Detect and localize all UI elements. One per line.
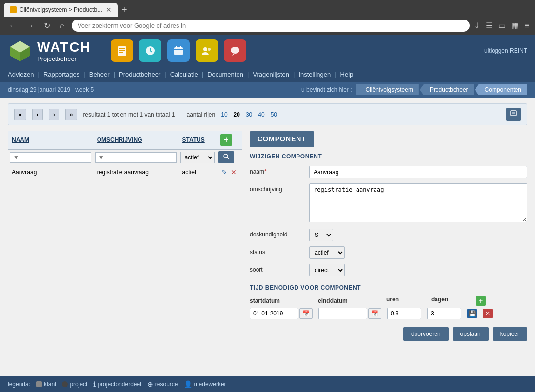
header-icon-notities[interactable] (111, 39, 133, 62)
prev-page-button[interactable]: ‹ (32, 109, 43, 120)
address-input[interactable] (72, 20, 470, 32)
table-header-row: NAAM OMSCHRIJVING STATUS + (8, 131, 242, 149)
einddatum-row2-calendar-button[interactable]: 📅 (368, 308, 381, 319)
rows-50[interactable]: 50 (271, 111, 277, 118)
next-page-button[interactable]: › (49, 109, 59, 120)
tab-close-button[interactable]: ✕ (106, 6, 112, 14)
new-tab-button[interactable]: + (118, 4, 131, 16)
qr-icon: ▦ (512, 21, 519, 30)
add-time-row-button[interactable]: + (476, 296, 486, 306)
reload-button[interactable]: ↻ (41, 20, 53, 31)
browser-chrome: Cliëntvolgsysteem > Productb… ✕ + ← → ↻ … (0, 0, 535, 35)
rows-20[interactable]: 20 (234, 111, 240, 118)
nav-adviezen[interactable]: Adviezen (8, 69, 34, 80)
nav-instellingen[interactable]: Instellingen (298, 69, 331, 80)
header-icon-users[interactable] (196, 39, 218, 62)
nav-productbeheer[interactable]: Productbeheer (119, 69, 160, 80)
header-icon-calendar[interactable] (167, 39, 190, 62)
rows-40[interactable]: 40 (258, 111, 264, 118)
header-icon-clock[interactable] (139, 39, 161, 62)
startdatum-row2-calendar-button[interactable]: 📅 (299, 308, 313, 319)
svg-point-17 (231, 47, 239, 54)
form-row-soort: soort direct indirect (250, 264, 527, 276)
naam-field (309, 166, 527, 178)
list-panel: NAAM OMSCHRIJVING STATUS + (8, 131, 242, 341)
doorvoeren-button[interactable]: doorvoeren (403, 327, 449, 341)
svg-point-21 (224, 154, 228, 158)
tab-favicon (10, 6, 17, 13)
breadcrumb-clientvolgsysteem[interactable]: Cliëntvolgsysteem (356, 84, 419, 95)
cell-actions: ✎ ✕ (217, 165, 242, 179)
date-display: dinsdag 29 januari 2019 week 5 (8, 86, 94, 93)
dagen-row2-input[interactable] (427, 308, 461, 319)
result-text: resultaat 1 tot en met 1 van totaal 1 (83, 111, 175, 118)
filter-naam-input[interactable] (10, 152, 91, 163)
home-button[interactable]: ⌂ (57, 20, 68, 31)
breadcrumb-componenten[interactable]: Componenten (475, 84, 527, 95)
first-page-button[interactable]: « (14, 109, 26, 120)
location-label: u bevindt zich hier : (301, 86, 352, 93)
logo-text: WATCH Projectbeheer (37, 39, 91, 62)
delete-time-row-button[interactable]: ✕ (483, 309, 493, 318)
form-row-omschrijving: omschrijving registratie aanvraag (250, 183, 527, 224)
cell-omschrijving: registratie aanvraag (93, 165, 178, 179)
soort-label: soort (250, 264, 303, 273)
status-select[interactable]: actief inactief (309, 246, 345, 259)
soort-select[interactable]: direct indirect (309, 264, 345, 276)
nav-bar: Adviezen | Rapportages | Beheer | Produc… (0, 67, 535, 82)
deskundigheid-select[interactable]: S M L XL (309, 229, 333, 241)
cell-naam: Aanvraag (8, 165, 93, 179)
kopieer-button[interactable]: kopieer (493, 327, 527, 341)
content-grid: NAAM OMSCHRIJVING STATUS + (8, 131, 527, 341)
uren-row2-input[interactable] (387, 308, 421, 319)
save-time-row-button[interactable]: 💾 (467, 309, 477, 318)
last-page-button[interactable]: » (65, 109, 78, 120)
tijd-section-title: TIJD BENODIGD VOOR COMPONENT (250, 284, 527, 291)
filter-omschrijving-input[interactable] (95, 152, 177, 163)
nav-help[interactable]: Help (340, 69, 354, 80)
nav-documenten[interactable]: Documenten (207, 69, 243, 80)
form-panel: COMPONENT WIJZIGEN COMPONENT naam* omsch… (250, 131, 527, 341)
component-header-label: COMPONENT (250, 131, 314, 147)
breadcrumb-productbeheer[interactable]: Productbeheer (420, 84, 474, 95)
col-header-naam[interactable]: NAAM (8, 131, 93, 149)
search-button[interactable] (218, 151, 234, 163)
opslaan-button[interactable]: opslaan (453, 327, 489, 341)
breadcrumb: Cliëntvolgsysteem Productbeheer Componen… (352, 84, 528, 95)
col-header-status[interactable]: STATUS (178, 131, 217, 149)
export-button[interactable] (506, 108, 521, 121)
table-row: Aanvraag registratie aanvraag actief ✎ ✕ (8, 165, 242, 179)
edit-row-button[interactable]: ✎ (220, 168, 228, 176)
rows-10[interactable]: 10 (221, 111, 227, 118)
header-app-icons (111, 39, 246, 62)
deskundigheid-label: deskundigheid (250, 229, 303, 238)
nav-calculatie[interactable]: Calculatie (170, 69, 198, 80)
add-component-button[interactable]: + (220, 134, 232, 146)
header-icon-messages[interactable] (224, 39, 246, 62)
nav-rapportages[interactable]: Rapportages (43, 69, 79, 80)
filter-status-select[interactable]: actief inactief alle (180, 152, 215, 163)
dagen-col-label: dagen (431, 296, 470, 306)
logout-link[interactable]: uitloggen REINT (484, 47, 527, 54)
forward-button[interactable]: → (23, 20, 37, 31)
einddatum-row2-input[interactable] (318, 308, 367, 319)
nav-beheer[interactable]: Beheer (89, 69, 110, 80)
svg-point-15 (203, 47, 207, 51)
svg-rect-11 (174, 47, 183, 55)
uren-col-label: uren (386, 296, 425, 306)
einddatum-col-label: einddatum (318, 297, 348, 304)
col-header-omschrijving[interactable]: OMSCHRIJVING (93, 131, 178, 149)
filter-row: actief inactief alle (8, 149, 242, 165)
logo-subtitle: Projectbeheer (37, 55, 91, 62)
startdatum-row2-input[interactable] (250, 308, 298, 319)
active-tab[interactable]: Cliëntvolgsysteem > Productb… ✕ (4, 3, 118, 17)
naam-input[interactable] (309, 166, 527, 178)
omschrijving-textarea[interactable]: registratie aanvraag (309, 183, 527, 222)
browser-toolbar-icons: ⇓ ☰ ▭ ▦ ≡ (474, 21, 529, 30)
back-button[interactable]: ← (6, 20, 20, 31)
logo-cube-icon (8, 39, 32, 63)
logo-area: WATCH Projectbeheer (8, 39, 91, 63)
nav-vragenlijsten[interactable]: Vragenlijsten (253, 69, 289, 80)
delete-row-button[interactable]: ✕ (230, 168, 238, 176)
rows-30[interactable]: 30 (246, 111, 252, 118)
